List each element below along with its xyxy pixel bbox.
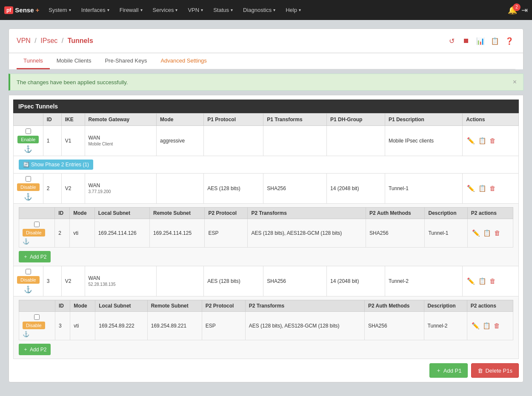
p2-status-button[interactable]: Disable bbox=[23, 229, 45, 236]
logout-icon[interactable]: ⇥ bbox=[521, 6, 528, 15]
main-content: VPN / IPsec / Tunnels ↺ ⏹ 📊 📋 ❓ Tunnels … bbox=[0, 20, 532, 391]
tunnel-id: 2 bbox=[43, 174, 61, 204]
table-row: Enable ⚓ 1 V1 WANMobile Client aggressiv… bbox=[14, 126, 519, 156]
nav-help[interactable]: Help ▾ bbox=[280, 0, 306, 20]
p2-th-transforms: P2 Transforms bbox=[245, 300, 364, 312]
tunnel-checkbox[interactable] bbox=[26, 269, 31, 274]
p2-table: ID Mode Local Subnet Remote Subnet P2 Pr… bbox=[19, 300, 513, 340]
sep2: / bbox=[62, 37, 63, 44]
p2-checkbox[interactable] bbox=[34, 314, 40, 320]
status-disable-button[interactable]: Disable bbox=[17, 183, 40, 191]
copy-icon[interactable]: 📋 bbox=[478, 277, 486, 285]
delete-icon[interactable]: 🗑 bbox=[489, 185, 496, 192]
tab-mobile-clients[interactable]: Mobile Clients bbox=[50, 53, 98, 69]
brand-logo[interactable]: pf Sense+ bbox=[4, 6, 39, 14]
tunnel-p1-transforms: SHA256 bbox=[263, 266, 327, 296]
tunnel-checkbox[interactable] bbox=[26, 128, 31, 134]
caret-icon: ▾ bbox=[69, 8, 71, 12]
breadcrumb-ipsec[interactable]: IPsec bbox=[40, 37, 57, 44]
p2-edit-icon[interactable]: ✏️ bbox=[472, 229, 480, 236]
success-alert: The changes have been applied successful… bbox=[9, 74, 523, 91]
show-phase-cell: 🔄 Show Phase 2 Entries (1) bbox=[14, 156, 519, 174]
tunnel-p1-protocol: AES (128 bits) bbox=[204, 174, 263, 204]
nav-vpn[interactable]: VPN ▾ bbox=[183, 0, 208, 20]
p2-th-check bbox=[19, 300, 55, 312]
nav-services[interactable]: Services ▾ bbox=[148, 0, 183, 20]
plus-icon: ＋ bbox=[436, 367, 441, 374]
tunnel-p1-transforms: SHA256 bbox=[263, 174, 327, 204]
nav-interfaces[interactable]: Interfaces ▾ bbox=[76, 0, 114, 20]
nav-status[interactable]: Status ▾ bbox=[208, 0, 238, 20]
p2-th-actions: P2 actions bbox=[467, 208, 513, 219]
add-p2-button[interactable]: ＋ Add P2 bbox=[19, 251, 51, 262]
p2-checkbox[interactable] bbox=[34, 222, 40, 227]
breadcrumb-current: Tunnels bbox=[68, 37, 93, 44]
breadcrumb: VPN / IPsec / Tunnels bbox=[17, 37, 93, 45]
p2-remote-subnet: 169.254.89.221 bbox=[147, 312, 202, 340]
show-phase-label: Show Phase 2 Entries (1) bbox=[31, 162, 89, 168]
notification-bell[interactable]: 🔔 2 bbox=[508, 6, 517, 15]
status-enable-button[interactable]: Enable bbox=[17, 136, 39, 143]
edit-icon[interactable]: ✏️ bbox=[467, 277, 475, 285]
brand-icon: pf bbox=[4, 6, 13, 14]
p2-local-subnet: 169.254.114.126 bbox=[94, 219, 149, 248]
tab-tunnels[interactable]: Tunnels bbox=[17, 53, 50, 69]
p2-th-transforms: P2 Transforms bbox=[248, 208, 366, 219]
delete-p1-button[interactable]: 🗑 Delete P1s bbox=[471, 363, 519, 378]
p2-delete-icon[interactable]: 🗑 bbox=[494, 322, 500, 329]
status-disable-button[interactable]: Disable bbox=[17, 276, 40, 284]
tunnel-ike: V2 bbox=[61, 174, 85, 204]
show-phase-button[interactable]: 🔄 Show Phase 2 Entries (1) bbox=[19, 160, 93, 170]
p2-entries-row: ID Mode Local Subnet Remote Subnet P2 Pr… bbox=[14, 296, 519, 359]
add-p1-button[interactable]: ＋ Add P1 bbox=[429, 363, 468, 378]
p2-protocol: ESP bbox=[205, 219, 248, 248]
copy-icon[interactable]: 📋 bbox=[478, 185, 486, 192]
p2-th-mode: Mode bbox=[70, 208, 94, 219]
nav-diagnostics[interactable]: Diagnostics ▾ bbox=[238, 0, 280, 20]
p2-th-remote-subnet: Remote Subnet bbox=[150, 208, 205, 219]
row-controls: Disable ⚓ bbox=[14, 174, 43, 204]
caret-icon: ▾ bbox=[201, 8, 203, 12]
p2-th-check bbox=[19, 208, 55, 219]
p2-row-item: Disable ⚓ 3 vti 169.254.89.222 169.254.8… bbox=[19, 312, 513, 340]
delete-icon[interactable]: 🗑 bbox=[489, 277, 496, 285]
p2-th-local-subnet: Local Subnet bbox=[95, 300, 147, 312]
alert-close-button[interactable]: × bbox=[513, 78, 517, 86]
tab-pre-shared-keys[interactable]: Pre-Shared Keys bbox=[98, 53, 154, 69]
breadcrumb-vpn[interactable]: VPN bbox=[17, 37, 31, 44]
p2-transforms: AES (128 bits), AES128-GCM (128 bits) bbox=[245, 312, 364, 340]
delete-icon[interactable]: 🗑 bbox=[489, 137, 496, 144]
chart-icon[interactable]: 📊 bbox=[475, 35, 486, 47]
p2-copy-icon[interactable]: 📋 bbox=[483, 322, 491, 329]
p2-copy-icon[interactable]: 📋 bbox=[483, 229, 491, 236]
trash-icon: 🗑 bbox=[478, 368, 483, 374]
refresh-icon[interactable]: ↺ bbox=[446, 35, 458, 47]
p2-th-protocol: P2 Protocol bbox=[202, 300, 245, 312]
p2-actions: ✏️ 📋 🗑 bbox=[467, 219, 513, 248]
add-p2-button[interactable]: ＋ Add P2 bbox=[19, 344, 51, 355]
p2-th-auth: P2 Auth Methods bbox=[364, 300, 424, 312]
tunnel-p1-protocol bbox=[204, 126, 263, 156]
stop-icon[interactable]: ⏹ bbox=[460, 35, 472, 47]
tab-advanced-settings[interactable]: Advanced Settings bbox=[154, 53, 213, 69]
header-icons: ↺ ⏹ 📊 📋 ❓ bbox=[446, 35, 515, 47]
nav-firewall[interactable]: Firewall ▾ bbox=[114, 0, 148, 20]
tunnel-checkbox[interactable] bbox=[26, 176, 31, 182]
p2-edit-icon[interactable]: ✏️ bbox=[472, 322, 480, 329]
copy-icon[interactable]: 📋 bbox=[478, 137, 486, 144]
ipsec-tunnels-table: ID IKE Remote Gateway Mode P1 Protocol P… bbox=[13, 113, 519, 359]
p2-transforms: AES (128 bits), AES128-GCM (128 bits) bbox=[248, 219, 366, 248]
sync-icon: 🔄 bbox=[23, 162, 29, 168]
edit-icon[interactable]: ✏️ bbox=[467, 185, 475, 192]
notes-icon[interactable]: 📋 bbox=[489, 35, 501, 47]
tunnel-actions: ✏️ 📋 🗑 bbox=[463, 266, 519, 296]
add-p2-label: Add P2 bbox=[30, 347, 46, 353]
p2-delete-icon[interactable]: 🗑 bbox=[494, 229, 501, 236]
anchor-icon: ⚓ bbox=[17, 285, 40, 293]
edit-icon[interactable]: ✏️ bbox=[467, 137, 475, 144]
nav-system[interactable]: System ▾ bbox=[43, 0, 76, 20]
p2-th-mode: Mode bbox=[70, 300, 95, 312]
help-icon[interactable]: ❓ bbox=[503, 35, 515, 47]
p2-status-button[interactable]: Disable bbox=[23, 322, 45, 329]
notification-badge: 2 bbox=[513, 3, 521, 11]
